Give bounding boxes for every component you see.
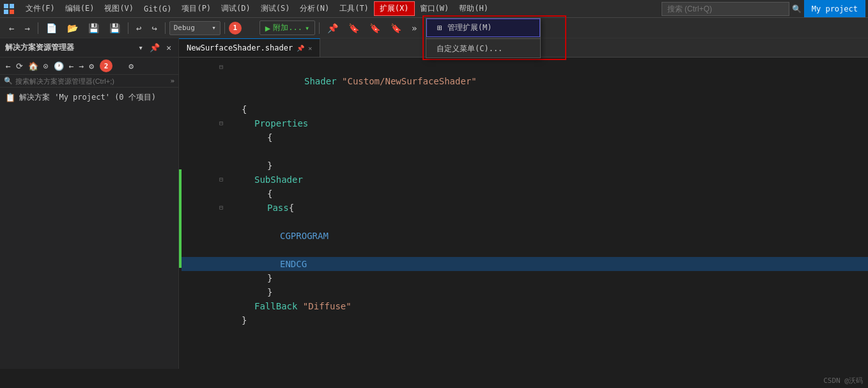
- menu-edit[interactable]: 编辑(E): [60, 2, 100, 15]
- collapse-1[interactable]: ⊟: [216, 60, 226, 74]
- menu-bar: 文件(F) 编辑(E) 视图(V) Git(G) 项目(P) 调试(D) 测试(…: [0, 0, 868, 18]
- toolbar-separator-2: [128, 22, 128, 34]
- back-button[interactable]: ←: [5, 22, 18, 35]
- tab-label: NewSurfaceShader.shader: [187, 43, 293, 52]
- more-button[interactable]: »: [408, 22, 421, 35]
- menu-git[interactable]: Git(G): [139, 3, 176, 15]
- project-name-label: My project: [804, 0, 865, 17]
- config-dropdown[interactable]: Debug ▾: [169, 21, 221, 35]
- new-file-button[interactable]: 📄: [42, 22, 61, 35]
- menu-view[interactable]: 视图(V): [99, 2, 139, 15]
- svg-rect-3: [10, 10, 14, 14]
- toolbar-separator-5: [319, 22, 320, 34]
- main-layout: 解决方案资源管理器 ▾ 📌 ✕ ← ⟳ 🏠 ⊙ 🕐 ← → ⚙ 2 ⚙: [0, 38, 868, 369]
- code-line-17: }: [182, 313, 868, 327]
- toolbar-separator-3: [165, 22, 166, 34]
- code-editor: ⊟ Shader "Custom/NewSurfaceShader" {: [179, 58, 868, 369]
- code-line-12: [182, 243, 868, 257]
- undo-button[interactable]: ↩: [132, 22, 145, 35]
- sidebar-header-icons: ▾ 📌 ✕: [136, 42, 173, 53]
- sidebar-search: 🔍 »: [0, 75, 178, 88]
- sidebar-search-input[interactable]: [15, 77, 167, 85]
- code-line-8: {: [182, 187, 868, 201]
- sidebar-pin-icon[interactable]: 📌: [148, 42, 162, 53]
- menu-project[interactable]: 项目(P): [176, 2, 216, 15]
- tab-pin-icon[interactable]: 📌: [297, 45, 304, 52]
- code-line-16: FallBack "Diffuse": [182, 299, 868, 313]
- sidebar: 解决方案资源管理器 ▾ 📌 ✕ ← ⟳ 🏠 ⊙ 🕐 ← → ⚙ 2 ⚙: [0, 38, 179, 369]
- sidebar-history-btn[interactable]: 🕐: [52, 61, 66, 72]
- config-chevron: ▾: [212, 24, 216, 32]
- bookmark2-button[interactable]: 🔖: [366, 22, 384, 35]
- open-button[interactable]: 📂: [63, 22, 82, 35]
- code-content[interactable]: ⊟ Shader "Custom/NewSurfaceShader" {: [182, 58, 868, 369]
- sidebar-back-btn[interactable]: ←: [4, 61, 13, 72]
- app-logo: [3, 3, 15, 15]
- sidebar-header: 解决方案资源管理器 ▾ 📌 ✕: [0, 38, 178, 58]
- menu-test[interactable]: 测试(S): [256, 2, 295, 15]
- code-line-15: }: [182, 285, 868, 299]
- sidebar-settings-btn[interactable]: ⚙: [127, 61, 136, 72]
- menu-extensions[interactable]: 扩展(X): [374, 1, 415, 16]
- forward-button[interactable]: →: [20, 22, 33, 35]
- svg-rect-0: [4, 4, 8, 8]
- run-label: 附加...: [273, 22, 302, 33]
- code-line-10: [182, 215, 868, 229]
- sidebar-close-icon[interactable]: ✕: [164, 42, 173, 53]
- gutter-bar: [179, 58, 182, 369]
- bookmark3-button[interactable]: 🔖: [387, 22, 405, 35]
- sidebar-content: 📋 解决方案 'My project' (0 个项目): [0, 88, 178, 107]
- collapse-9[interactable]: ⊟: [216, 201, 226, 215]
- sidebar-home-btn[interactable]: 🏠: [26, 61, 40, 72]
- menu-analyze[interactable]: 分析(N): [295, 2, 334, 15]
- pin-button[interactable]: 📌: [323, 22, 342, 35]
- menu-help[interactable]: 帮助(H): [454, 2, 493, 15]
- code-line-13: ENDCG: [182, 257, 868, 271]
- search-area: 🔍: [662, 2, 804, 16]
- sidebar-search-more-icon[interactable]: »: [170, 77, 174, 85]
- tab-close-icon[interactable]: ✕: [308, 45, 312, 52]
- step-1-indicator: 1: [229, 22, 242, 35]
- manage-ext-icon: ⊞: [437, 23, 442, 33]
- menu-window[interactable]: 窗口(W): [415, 2, 454, 15]
- menu-debug[interactable]: 调试(D): [216, 2, 256, 15]
- code-line-3: ⊟ Properties: [182, 116, 868, 130]
- toolbar-separator-1: [38, 22, 38, 34]
- pass-block-indicator: [179, 169, 182, 268]
- sidebar-target-btn[interactable]: ⊙: [42, 61, 50, 72]
- run-chevron: ▾: [305, 24, 309, 33]
- menu-tools[interactable]: 工具(T): [334, 2, 374, 15]
- redo-button[interactable]: ↪: [148, 22, 160, 35]
- sidebar-nav-fwd-btn[interactable]: →: [77, 61, 86, 72]
- code-line-11: CGPROGRAM: [182, 229, 868, 243]
- config-label: Debug: [174, 24, 195, 32]
- sidebar-filter-btn[interactable]: ⚙: [87, 61, 96, 72]
- code-line-4: {: [182, 130, 868, 144]
- customize-menu-item[interactable]: 自定义菜单(C)...: [426, 40, 540, 58]
- code-line-5: [182, 144, 868, 159]
- sidebar-nav-back-btn[interactable]: ←: [67, 61, 76, 72]
- step-2-indicator: 2: [100, 59, 112, 72]
- svg-rect-2: [4, 10, 8, 14]
- solution-icon: 📋: [5, 93, 15, 102]
- toolbar-separator-4: [224, 22, 225, 34]
- global-search-input[interactable]: [662, 2, 789, 16]
- customize-menu-label: 自定义菜单(C)...: [437, 43, 502, 54]
- bookmark-button[interactable]: 🔖: [345, 22, 363, 35]
- collapse-3[interactable]: ⊟: [216, 116, 226, 130]
- save-all-button[interactable]: 💾: [105, 22, 124, 35]
- collapse-7[interactable]: ⊟: [216, 173, 226, 187]
- save-button[interactable]: 💾: [84, 22, 103, 35]
- menu-file[interactable]: 文件(F): [20, 2, 60, 15]
- watermark: CSDN @沃码: [823, 376, 863, 385]
- manage-extensions-item[interactable]: ⊞ 管理扩展(M): [426, 19, 540, 37]
- manage-ext-label: 管理扩展(M): [447, 22, 492, 33]
- sidebar-collapse-icon[interactable]: ▾: [136, 42, 145, 53]
- code-line-7: ⊟ SubShader: [182, 173, 868, 187]
- editor-area: NewSurfaceShader.shader 📌 ✕ ⊟: [179, 38, 868, 369]
- run-button[interactable]: ▶ 附加... ▾: [260, 20, 315, 35]
- sidebar-solution-item[interactable]: 📋 解决方案 'My project' (0 个项目): [0, 90, 178, 105]
- sidebar-refresh-btn[interactable]: ⟳: [14, 61, 25, 72]
- dropdown-divider: [426, 38, 540, 39]
- editor-tab-shader[interactable]: NewSurfaceShader.shader 📌 ✕: [179, 38, 320, 57]
